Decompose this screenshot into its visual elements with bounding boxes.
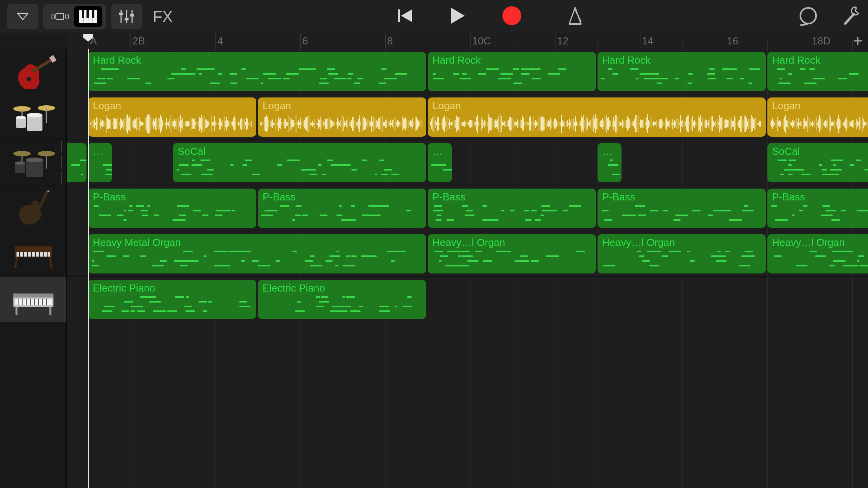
midi-region[interactable]: SoCal [173,143,426,182]
ruler-marker[interactable]: 6 [300,33,308,49]
midi-region[interactable]: P-Bass [428,189,596,228]
ruler-marker[interactable]: 18D [810,33,831,49]
track-lane[interactable]: LoganLoganLoganLogan [67,94,868,140]
midi-notes [771,251,868,271]
track-header[interactable] [0,94,66,140]
midi-region[interactable]: P-Bass [88,189,256,228]
toolbar-right-group [798,6,861,28]
settings-button[interactable] [842,6,861,28]
track-header[interactable] [0,185,66,231]
midi-notes [91,160,109,180]
track-header[interactable] [0,49,66,94]
midi-region[interactable]: … [598,143,622,182]
ruler-marker[interactable]: 10C [470,33,491,49]
go-to-start-button[interactable] [396,7,414,26]
loop-icon [798,6,818,26]
midi-region[interactable]: … [88,143,112,182]
region-label: SoCal [772,145,868,158]
track-lane[interactable]: Electric PianoElectric Piano [67,277,868,322]
track-drag-handle[interactable] [56,140,67,185]
track-lane[interactable]: ……SoCal……SoCal [67,140,868,185]
svg-point-24 [800,8,816,24]
playhead-handle[interactable] [83,33,94,42]
ruler-marker[interactable]: 12 [555,33,568,49]
region-label: … [93,145,107,158]
guitar-red-icon [8,54,59,89]
track-lane[interactable]: P-BassP-BassP-BassP-BassP-Bass [67,185,868,231]
region-label: Heavy…l Organ [602,237,761,249]
region-label: P-Bass [93,191,252,203]
midi-region[interactable]: … [67,143,86,182]
instrument-view-button[interactable] [74,6,102,27]
plus-icon [852,35,863,46]
timeline[interactable]: Hard RockHard RockHard RockHard RockHard… [67,49,868,488]
ruler-marker[interactable]: 8 [385,33,393,49]
drums-silver-icon [8,99,59,135]
svg-point-49 [15,161,25,165]
midi-notes [91,68,423,89]
midi-region[interactable]: P-Bass [598,189,766,228]
play-icon [449,6,466,25]
midi-notes [176,160,423,180]
region-label: … [432,145,447,158]
midi-region[interactable]: Hard Rock [598,52,766,91]
audio-region[interactable]: Logan [767,97,868,137]
region-label: Hard Rock [602,54,761,66]
svg-rect-5 [82,10,84,18]
ruler-marker[interactable]: 16 [725,33,738,49]
metronome-button[interactable] [565,6,585,27]
track-header[interactable] [0,140,66,185]
tracks-view-button[interactable] [47,8,72,25]
waveform [430,113,763,134]
fx-button[interactable]: FX [147,4,178,29]
region-label: … [67,145,82,158]
svg-line-22 [575,10,581,22]
midi-region[interactable]: P-Bass [767,189,868,228]
mixer-button[interactable] [111,4,142,29]
midi-region[interactable]: SoCal [767,143,868,182]
midi-region[interactable]: Hard Rock [767,52,868,91]
midi-region[interactable]: P-Bass [258,189,426,228]
audio-region[interactable]: Logan [258,97,426,137]
ruler-marker[interactable]: 14 [640,33,653,49]
view-toggle-group [43,4,106,29]
timeline-ruler[interactable]: A2B46810C12141618D202224 [67,33,868,49]
track-header[interactable] [0,277,66,322]
svg-rect-52 [17,252,50,257]
svg-marker-18 [401,9,412,22]
region-label: P-Bass [772,191,868,203]
track-lane[interactable]: Heavy Metal OrganHeavy…l OrganHeavy…l Or… [67,231,868,277]
fx-label: FX [153,8,173,26]
loop-button[interactable] [798,6,818,28]
midi-notes [431,160,449,180]
midi-region[interactable]: Electric Piano [88,280,256,319]
ruler-marker[interactable]: 2B [131,33,145,49]
midi-notes [601,205,763,226]
midi-region[interactable]: Electric Piano [258,280,426,319]
midi-notes [431,68,593,89]
record-button[interactable] [502,6,522,28]
midi-region[interactable]: … [428,143,452,182]
browser-dropdown-button[interactable] [7,4,39,29]
svg-rect-15 [125,18,129,20]
audio-region[interactable]: Logan [428,97,766,137]
track-header[interactable] [0,231,66,277]
midi-region[interactable]: Heavy…l Organ [428,234,596,273]
midi-region[interactable]: Heavy Metal Organ [88,234,426,273]
svg-rect-6 [86,10,89,18]
svg-point-39 [27,113,42,117]
play-button[interactable] [449,6,466,27]
midi-region[interactable]: Hard Rock [88,52,426,91]
midi-region[interactable]: Heavy…l Organ [767,234,868,273]
midi-notes [601,68,763,89]
ruler-marker[interactable]: 4 [215,33,223,49]
midi-notes [431,205,593,226]
audio-region[interactable]: Logan [88,97,256,137]
svg-rect-64 [13,294,53,297]
track-lane[interactable]: Hard RockHard RockHard RockHard RockHard… [67,49,868,94]
midi-region[interactable]: Heavy…l Organ [598,234,766,273]
playhead[interactable] [88,49,89,488]
region-label: P-Bass [263,191,421,203]
e-piano-icon [8,282,59,317]
midi-region[interactable]: Hard Rock [428,52,596,91]
